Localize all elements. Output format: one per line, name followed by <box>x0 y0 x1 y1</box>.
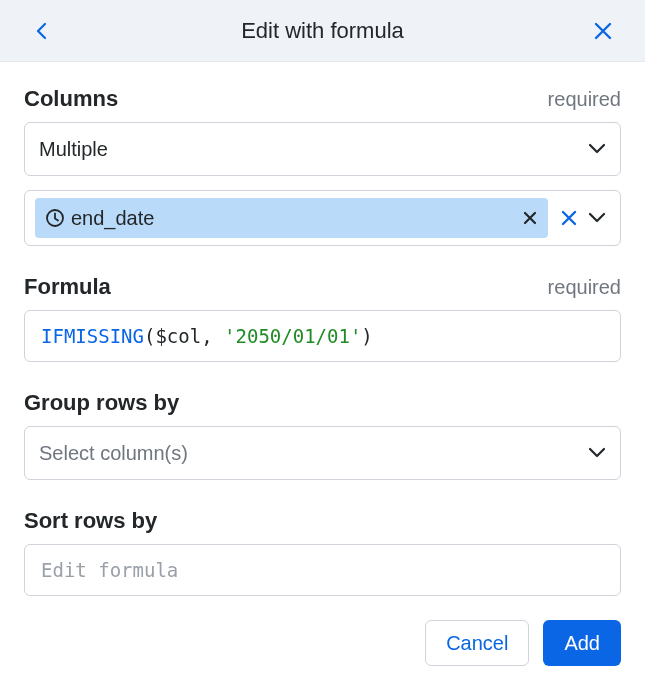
columns-header: Columns required <box>24 86 621 112</box>
multiselect-actions <box>560 209 610 227</box>
x-icon <box>560 209 578 227</box>
close-icon <box>593 21 613 41</box>
chevron-left-icon <box>35 21 49 41</box>
chevron-down-icon <box>588 143 606 155</box>
dialog-header: Edit with formula <box>0 0 645 62</box>
group-by-select[interactable]: Select column(s) <box>24 426 621 480</box>
clock-icon <box>45 208 65 228</box>
columns-label: Columns <box>24 86 118 112</box>
back-button[interactable] <box>30 19 54 43</box>
chevron-down-icon[interactable] <box>588 212 606 224</box>
dialog-footer: Cancel Add <box>0 596 645 690</box>
formula-required: required <box>548 276 621 299</box>
columns-required: required <box>548 88 621 111</box>
group-by-label: Group rows by <box>24 390 179 416</box>
columns-mode-value: Multiple <box>39 138 108 161</box>
add-button[interactable]: Add <box>543 620 621 666</box>
column-chip-label: end_date <box>71 207 516 230</box>
formula-token-fn: IFMISSING <box>41 325 144 347</box>
sort-by-section: Sort rows by <box>24 508 621 596</box>
x-icon <box>522 210 538 226</box>
group-by-section: Group rows by Select column(s) <box>24 390 621 480</box>
group-by-placeholder: Select column(s) <box>39 442 188 465</box>
chevron-down-icon <box>588 447 606 459</box>
chip-remove-button[interactable] <box>522 210 538 226</box>
dialog-content: Columns required Multiple end_date <box>0 62 645 596</box>
formula-header: Formula required <box>24 274 621 300</box>
columns-mode-select[interactable]: Multiple <box>24 122 621 176</box>
formula-token-open: ( <box>144 325 155 347</box>
clear-all-button[interactable] <box>560 209 578 227</box>
group-by-header: Group rows by <box>24 390 621 416</box>
formula-section: Formula required IFMISSING($col, '2050/0… <box>24 274 621 362</box>
columns-multiselect[interactable]: end_date <box>24 190 621 246</box>
dialog-title: Edit with formula <box>241 18 404 44</box>
formula-token-var: $col <box>155 325 201 347</box>
sort-by-header: Sort rows by <box>24 508 621 534</box>
sort-by-label: Sort rows by <box>24 508 157 534</box>
formula-token-str: '2050/01/01' <box>224 325 361 347</box>
column-chip: end_date <box>35 198 548 238</box>
formula-input[interactable]: IFMISSING($col, '2050/01/01') <box>24 310 621 362</box>
formula-label: Formula <box>24 274 111 300</box>
close-button[interactable] <box>591 19 615 43</box>
formula-token-close: ) <box>361 325 372 347</box>
sort-by-input[interactable] <box>24 544 621 596</box>
cancel-button[interactable]: Cancel <box>425 620 529 666</box>
formula-token-comma: , <box>201 325 224 347</box>
